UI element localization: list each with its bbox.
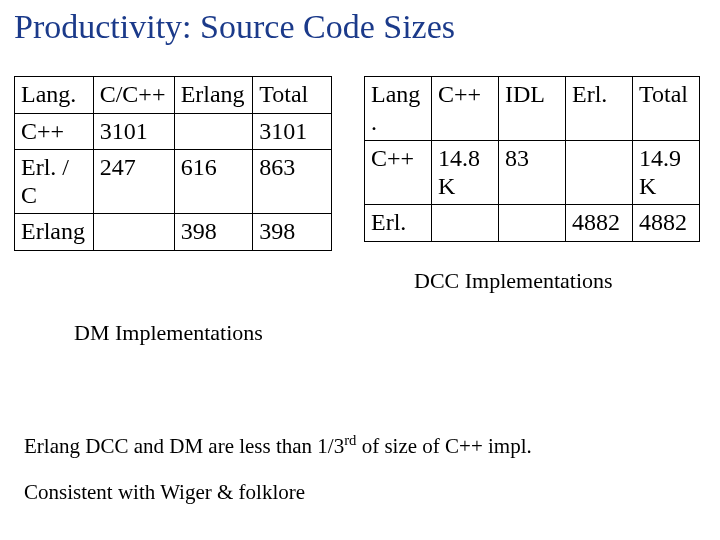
col-header: Total (633, 77, 700, 141)
cell-lang: Erl. / C (15, 150, 94, 214)
cell-cpp (93, 214, 174, 251)
cell-lang: Erlang (15, 214, 94, 251)
col-header: Lang. (15, 77, 94, 114)
caption-dcc: DCC Implementations (414, 268, 613, 294)
col-header: C/C++ (93, 77, 174, 114)
table-row: Lang. C/C++ Erlang Total (15, 77, 332, 114)
note-line-2: Consistent with Wiger & folklore (24, 480, 305, 505)
table-row: Erl. 4882 4882 (365, 205, 700, 242)
ordinal-suffix: rd (344, 432, 356, 448)
table-dm: Lang. C/C++ Erlang Total C++ 3101 3101 E… (14, 76, 332, 251)
cell-total: 3101 (253, 113, 332, 150)
col-header: Erl. (566, 77, 633, 141)
table-row: C++ 14.8K 83 14.9K (365, 141, 700, 205)
cell-idl (499, 205, 566, 242)
cell-total: 398 (253, 214, 332, 251)
table-row: Lang. C++ IDL Erl. Total (365, 77, 700, 141)
cell-cpp (432, 205, 499, 242)
table-dcc: Lang. C++ IDL Erl. Total C++ 14.8K 83 14… (364, 76, 700, 242)
note-line-1: Erlang DCC and DM are less than 1/3rd of… (24, 432, 532, 459)
cell-total: 4882 (633, 205, 700, 242)
cell-erlang: 398 (174, 214, 253, 251)
cell-lang: Erl. (365, 205, 432, 242)
col-header: Total (253, 77, 332, 114)
cell-cpp: 247 (93, 150, 174, 214)
col-header: C++ (432, 77, 499, 141)
cell-total: 863 (253, 150, 332, 214)
slide: Productivity: Source Code Sizes Lang. C/… (0, 0, 720, 540)
caption-dm: DM Implementations (74, 320, 263, 346)
cell-cpp: 14.8K (432, 141, 499, 205)
col-header: Lang. (365, 77, 432, 141)
col-header: IDL (499, 77, 566, 141)
cell-erl: 4882 (566, 205, 633, 242)
note-text: of size of C++ impl. (356, 434, 531, 458)
cell-cpp: 3101 (93, 113, 174, 150)
table-row: Erlang 398 398 (15, 214, 332, 251)
cell-lang: C++ (15, 113, 94, 150)
cell-erlang (174, 113, 253, 150)
tables-row: Lang. C/C++ Erlang Total C++ 3101 3101 E… (14, 76, 706, 251)
cell-total: 14.9K (633, 141, 700, 205)
cell-idl: 83 (499, 141, 566, 205)
note-text: Erlang DCC and DM are less than 1/3 (24, 434, 344, 458)
cell-erl (566, 141, 633, 205)
table-row: C++ 3101 3101 (15, 113, 332, 150)
page-title: Productivity: Source Code Sizes (14, 8, 706, 46)
cell-erlang: 616 (174, 150, 253, 214)
table-row: Erl. / C 247 616 863 (15, 150, 332, 214)
col-header: Erlang (174, 77, 253, 114)
cell-lang: C++ (365, 141, 432, 205)
